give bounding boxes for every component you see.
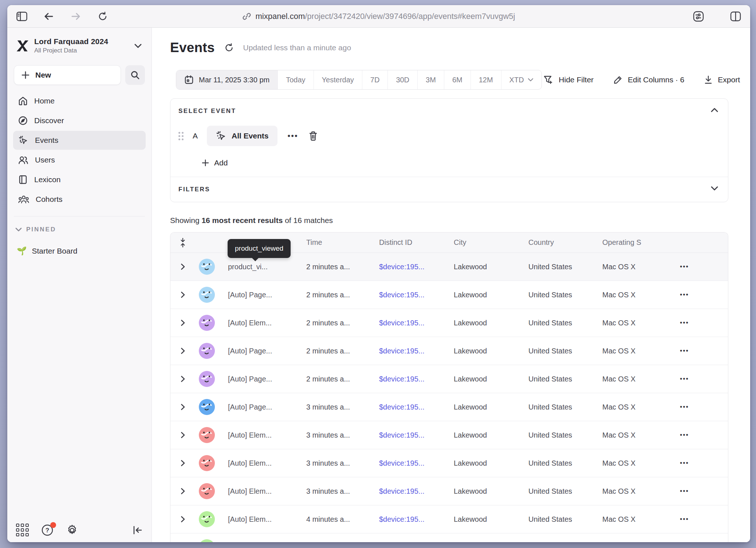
row-expand-icon[interactable]	[180, 516, 185, 523]
distinct-id-link[interactable]: $device:195...	[379, 263, 454, 271]
distinct-id-link[interactable]: $device:195...	[379, 375, 454, 383]
column-header-time[interactable]: Time	[306, 238, 379, 247]
export-button[interactable]: Export	[704, 75, 740, 85]
sidebar-item-discover[interactable]: Discover	[13, 111, 146, 130]
sidebar-toggle-icon[interactable]	[14, 9, 30, 24]
drag-handle-icon[interactable]	[178, 132, 184, 140]
project-switcher[interactable]: Lord Farquaad 2024 All Project Data	[13, 36, 146, 56]
event-selector-button[interactable]: All Events	[207, 126, 277, 146]
pinned-section-toggle[interactable]: PINNED	[15, 226, 143, 233]
event-name[interactable]: product_vi...	[228, 263, 306, 271]
pinned-item-starter-board[interactable]: 🌱 Starter Board	[17, 246, 143, 256]
new-button[interactable]: New	[14, 65, 121, 85]
event-name[interactable]: [Auto] Elem...	[228, 515, 306, 524]
preset-7d[interactable]: 7D	[362, 70, 388, 89]
row-actions-button[interactable]: •••	[677, 431, 692, 439]
edit-columns-button[interactable]: Edit Columns · 6	[613, 75, 684, 85]
collapse-rows-icon[interactable]	[179, 238, 186, 248]
distinct-id-link[interactable]: $device:195...	[379, 515, 454, 524]
event-name[interactable]: [Auto] Elem...	[228, 319, 306, 327]
event-name[interactable]: [Auto] Elem...	[228, 487, 306, 496]
row-actions-button[interactable]: •••	[677, 488, 692, 495]
event-name[interactable]: [Auto] Elem...	[228, 431, 306, 439]
collapse-section-icon[interactable]	[710, 107, 718, 113]
table-row[interactable]: [Auto] Page... 2 minutes a... $device:19…	[170, 365, 728, 393]
row-actions-button[interactable]: •••	[677, 291, 692, 299]
column-header-distinct-id[interactable]: Distinct ID	[379, 238, 454, 247]
forward-icon[interactable]	[68, 9, 84, 24]
table-row[interactable]: [Auto] Elem... 4 minutes a... $device:19…	[170, 505, 728, 533]
row-expand-icon[interactable]	[180, 375, 185, 383]
collapse-sidebar-icon[interactable]	[133, 525, 143, 535]
column-header-os[interactable]: Operating S	[602, 238, 677, 247]
row-actions-button[interactable]: •••	[677, 403, 692, 411]
event-options-button[interactable]: •••	[286, 131, 300, 141]
sidebar-item-users[interactable]: Users	[13, 150, 146, 169]
sidebar-item-events[interactable]: Events	[13, 131, 146, 150]
sidebar-item-home[interactable]: Home	[13, 91, 146, 110]
distinct-id-link[interactable]: $device:195...	[379, 487, 454, 496]
row-expand-icon[interactable]	[180, 319, 185, 326]
event-name[interactable]: [Auto] Page...	[228, 291, 306, 299]
hide-filter-button[interactable]: Hide Filter	[543, 75, 594, 85]
row-expand-icon[interactable]	[180, 431, 185, 439]
distinct-id-link[interactable]: $device:195...	[379, 347, 454, 355]
sidebar-item-lexicon[interactable]: Lexicon	[13, 170, 146, 189]
preset-30d[interactable]: 30D	[388, 70, 418, 89]
table-row[interactable]: [Auto] Elem... 3 minutes a... $device:19…	[170, 477, 728, 505]
refresh-page-icon[interactable]	[95, 9, 111, 24]
row-actions-button[interactable]: •••	[677, 347, 692, 355]
preset-xtd[interactable]: XTD	[501, 70, 542, 89]
table-row[interactable]: [Auto] Elem... 2 minutes a... $device:19…	[170, 309, 728, 337]
table-row[interactable]: [Auto] Page... 2 minutes a... $device:19…	[170, 337, 728, 365]
row-expand-icon[interactable]	[180, 488, 185, 495]
distinct-id-link[interactable]: $device:195...	[379, 403, 454, 411]
row-actions-button[interactable]: •••	[677, 516, 692, 523]
search-button[interactable]	[125, 65, 145, 85]
column-header-city[interactable]: City	[454, 238, 528, 247]
add-event-button[interactable]: Add	[202, 158, 228, 167]
distinct-id-link[interactable]: $device:195...	[379, 459, 454, 467]
row-expand-icon[interactable]	[180, 263, 185, 270]
distinct-id-link[interactable]: $device:195...	[379, 291, 454, 299]
table-row[interactable]: [Auto] Elem... 3 minutes a... $device:19…	[170, 449, 728, 477]
delete-event-icon[interactable]	[308, 131, 318, 141]
event-name[interactable]: [Auto] Page...	[228, 375, 306, 383]
expand-section-icon[interactable]	[710, 186, 718, 191]
row-expand-icon[interactable]	[180, 291, 185, 298]
distinct-id-link[interactable]: $device:195...	[379, 431, 454, 439]
event-time: 2 minutes a...	[306, 291, 379, 299]
table-row[interactable]: [Auto] Page... 3 minutes a... $device:19…	[170, 393, 728, 421]
table-row[interactable]	[170, 533, 728, 542]
row-actions-button[interactable]: •••	[677, 319, 692, 327]
table-row[interactable]: [Auto] Page... 2 minutes a... $device:19…	[170, 281, 728, 309]
date-picker-button[interactable]: Mar 11, 2025 3:30 pm	[176, 70, 278, 89]
event-name[interactable]: [Auto] Page...	[228, 403, 306, 411]
refresh-results-icon[interactable]	[224, 43, 234, 52]
url-bar[interactable]: mixpanel.com/project/3472420/view/397469…	[242, 12, 515, 21]
row-expand-icon[interactable]	[180, 459, 185, 467]
split-view-icon[interactable]	[728, 9, 744, 24]
row-expand-icon[interactable]	[180, 347, 185, 355]
distinct-id-link[interactable]: $device:195...	[379, 319, 454, 327]
preset-yesterday[interactable]: Yesterday	[314, 70, 362, 89]
back-icon[interactable]	[41, 9, 57, 24]
column-header-country[interactable]: Country	[528, 238, 602, 247]
preset-3m[interactable]: 3M	[418, 70, 444, 89]
page-settings-icon[interactable]	[690, 9, 706, 24]
event-name[interactable]: [Auto] Elem...	[228, 459, 306, 467]
seedling-icon: 🌱	[17, 246, 27, 256]
table-row[interactable]: [Auto] Elem... 3 minutes a... $device:19…	[170, 421, 728, 449]
row-expand-icon[interactable]	[180, 403, 185, 411]
row-actions-button[interactable]: •••	[677, 263, 692, 271]
gear-icon[interactable]	[66, 524, 78, 536]
preset-12m[interactable]: 12M	[471, 70, 501, 89]
row-actions-button[interactable]: •••	[677, 375, 692, 383]
preset-6m[interactable]: 6M	[444, 70, 471, 89]
preset-today[interactable]: Today	[278, 70, 314, 89]
sidebar-item-cohorts[interactable]: Cohorts	[13, 190, 146, 209]
apps-grid-icon[interactable]	[16, 524, 29, 536]
help-button[interactable]: ?	[41, 524, 54, 536]
event-name[interactable]: [Auto] Page...	[228, 347, 306, 355]
row-actions-button[interactable]: •••	[677, 459, 692, 467]
